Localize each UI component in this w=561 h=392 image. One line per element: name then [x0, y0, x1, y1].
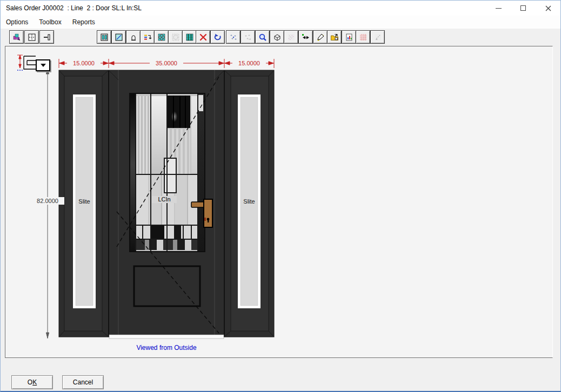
toolbar-button-texture-off[interactable] — [168, 30, 183, 44]
door-glass[interactable]: LCIn — [129, 93, 205, 252]
toolbar-button-door-arch[interactable] — [126, 30, 141, 44]
title-bar: Sales Order J00002 : Line 2 : Door SL:L … — [1, 1, 560, 16]
panel-layout-icon — [100, 33, 109, 42]
minimize-icon — [496, 8, 502, 9]
dimension-style-selector[interactable] — [36, 59, 50, 71]
draw-pen-icon — [316, 33, 325, 42]
toolbar-button-snap-off[interactable] — [241, 30, 255, 44]
toolbar-button-undo[interactable] — [210, 30, 225, 44]
door-arch-icon — [129, 33, 138, 42]
app-window: Sales Order J00002 : Line 2 : Door SL:L … — [0, 0, 561, 392]
toolbar-button-fill-pattern[interactable] — [154, 30, 169, 44]
zoom-icon — [258, 33, 267, 42]
fill-grid-icon — [185, 33, 194, 42]
glass-style-label: LCIn — [152, 196, 177, 203]
toolbar-button-fill-grid[interactable] — [182, 30, 197, 44]
report-image-icon — [345, 33, 353, 42]
close-button[interactable] — [536, 1, 560, 16]
dimension-right-sidelite-width: 15.0000 — [232, 59, 266, 67]
toolbar — [1, 29, 560, 45]
grid-off-icon — [359, 33, 368, 42]
left-sidelite-label: Slite — [68, 198, 101, 205]
delete-icon — [199, 33, 208, 42]
toolbar-button-dimension-center[interactable] — [24, 30, 39, 44]
undo-icon — [213, 33, 222, 42]
snap-points-icon — [229, 33, 238, 42]
design-canvas[interactable]: LCIn 15.0000 35.0000 15.0000 82.0000 Sli… — [5, 46, 553, 358]
maximize-icon — [520, 5, 526, 11]
measure-off-icon — [373, 33, 382, 42]
ok-button[interactable]: OK — [11, 375, 53, 389]
glass-photo-pane — [168, 96, 190, 128]
hatch-off-icon — [287, 33, 296, 42]
export-design-icon — [330, 33, 339, 42]
texture-off-icon — [171, 33, 180, 42]
dimension-left-sidelite-width: 15.0000 — [67, 59, 101, 67]
maximize-button[interactable] — [511, 1, 536, 16]
toolbar-button-view-3d[interactable] — [270, 30, 284, 44]
view-3d-icon — [273, 33, 282, 42]
dimension-height: 82.0000 — [31, 197, 64, 205]
window-controls — [486, 1, 560, 16]
toolbar-button-measure-off[interactable] — [370, 30, 385, 44]
options-list-icon — [143, 33, 152, 42]
toolbar-button-delete[interactable] — [196, 30, 210, 44]
cancel-button[interactable]: Cancel — [62, 375, 104, 389]
toolbar-button-export-design[interactable] — [327, 30, 342, 44]
fill-pattern-icon — [157, 33, 166, 42]
toolbar-button-panel-layout[interactable] — [97, 30, 111, 44]
close-icon — [545, 5, 551, 11]
right-sidelite-label: Slite — [233, 198, 265, 205]
section-view-icon — [43, 33, 51, 42]
menu-reports[interactable]: Reports — [67, 17, 101, 28]
split-diagonal-icon — [115, 33, 123, 42]
toolbar-button-copy-settings[interactable] — [9, 30, 24, 44]
snap-off-icon — [244, 33, 252, 42]
view-caption: Viewed from Outside — [59, 344, 274, 352]
toolbar-button-section-view[interactable] — [39, 30, 54, 44]
dimension-door-width: 35.0000 — [150, 59, 183, 67]
toolbar-button-hatch-off[interactable] — [284, 30, 298, 44]
menu-bar: Options Toolbox Reports — [1, 16, 560, 29]
toolbar-button-zoom[interactable] — [255, 30, 270, 44]
toolbar-button-snap-points[interactable] — [226, 30, 241, 44]
toolbar-button-move-nodes[interactable] — [298, 30, 313, 44]
minimize-button[interactable] — [486, 1, 511, 16]
menu-options[interactable]: Options — [1, 17, 34, 28]
toolbar-button-options-list[interactable] — [140, 30, 155, 44]
menu-toolbox[interactable]: Toolbox — [34, 17, 66, 28]
copy-settings-icon — [12, 33, 21, 42]
toolbar-button-draw-pen[interactable] — [313, 30, 328, 44]
toolbar-button-grid-off[interactable] — [356, 30, 370, 44]
toolbar-button-split-diagonal[interactable] — [111, 30, 126, 44]
chevron-down-icon — [41, 64, 46, 67]
move-nodes-icon — [302, 33, 310, 42]
toolbar-button-report-image[interactable] — [342, 30, 356, 44]
dimension-center-icon — [28, 33, 36, 42]
window-title: Sales Order J00002 : Line 2 : Door SL:L … — [1, 4, 142, 12]
